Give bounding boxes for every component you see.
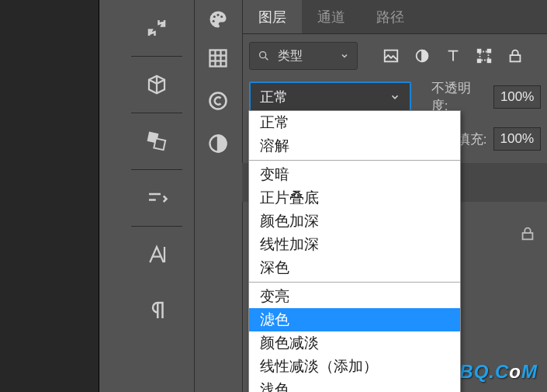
svg-point-14 <box>260 52 266 58</box>
blend-option[interactable]: 正常 <box>249 111 460 134</box>
cube-icon <box>145 73 168 96</box>
blend-option[interactable]: 变暗 <box>249 163 460 186</box>
transform-icon[interactable] <box>476 47 493 64</box>
blend-option[interactable]: 颜色加深 <box>249 210 460 233</box>
menu-separator <box>249 160 460 161</box>
fill-shapes-icon <box>145 130 168 153</box>
svg-rect-23 <box>511 55 521 61</box>
palette-tool[interactable] <box>195 0 241 39</box>
cc-icon <box>207 90 229 112</box>
svg-rect-7 <box>209 50 226 67</box>
paragraph-tool[interactable] <box>130 283 184 338</box>
grid-icon <box>207 47 229 69</box>
layer-filter-dropdown[interactable]: 类型 <box>249 42 358 70</box>
paragraph-icon <box>145 299 168 322</box>
blend-option[interactable]: 深色 <box>249 256 460 279</box>
image-icon[interactable] <box>383 47 400 64</box>
grid-tool[interactable] <box>195 39 241 78</box>
svg-rect-19 <box>478 50 481 53</box>
svg-point-4 <box>216 14 219 16</box>
blend-option[interactable]: 溶解 <box>249 134 460 158</box>
menu-separator <box>249 282 460 283</box>
svg-rect-1 <box>154 138 165 150</box>
chevron-down-icon <box>389 92 400 102</box>
fill-shapes-tool[interactable] <box>130 113 184 169</box>
svg-rect-21 <box>478 60 481 63</box>
type-t-icon[interactable] <box>445 47 462 64</box>
svg-point-12 <box>209 93 226 109</box>
blend-option[interactable]: 正片叠底 <box>249 186 460 210</box>
text-a-icon <box>145 243 168 266</box>
svg-rect-20 <box>488 50 491 53</box>
filter-icon-row <box>383 47 524 64</box>
panel-tabs: 图层 通道 路径 <box>243 0 547 34</box>
palette-icon <box>207 9 229 30</box>
opacity-value[interactable]: 100% <box>493 85 541 109</box>
blend-mode-dropdown[interactable]: 正常 <box>249 82 411 113</box>
brush-tool[interactable] <box>130 170 184 226</box>
brush-icon <box>145 186 168 210</box>
lock-icon <box>519 225 536 242</box>
blend-option[interactable]: 变亮 <box>249 285 460 308</box>
tab-paths[interactable]: 路径 <box>361 0 420 33</box>
vertical-toolbar-2 <box>194 0 241 392</box>
svg-rect-24 <box>523 233 533 239</box>
svg-point-5 <box>220 16 223 18</box>
blend-option[interactable]: 颜色减淡 <box>249 331 460 355</box>
history-icon <box>145 16 168 40</box>
history-tool[interactable] <box>130 0 184 56</box>
cc-libraries[interactable] <box>195 78 241 124</box>
svg-point-3 <box>213 16 215 18</box>
chevron-down-icon <box>340 51 349 61</box>
circle-half-icon[interactable] <box>414 47 431 64</box>
adjustments-tool[interactable] <box>195 124 241 163</box>
blend-option[interactable]: 线性加深 <box>249 233 460 256</box>
text-tool-a[interactable] <box>130 227 184 283</box>
blend-option[interactable]: 浅色 <box>249 378 460 392</box>
layer-lock[interactable] <box>519 225 536 245</box>
lock-filter-icon[interactable] <box>507 47 524 64</box>
tab-channels[interactable]: 通道 <box>302 0 361 33</box>
svg-point-6 <box>212 20 214 23</box>
filter-label: 类型 <box>278 48 303 64</box>
svg-rect-22 <box>488 60 491 63</box>
cube-tool[interactable] <box>130 57 184 113</box>
search-icon <box>258 50 270 62</box>
blend-option-selected[interactable]: 滤色 <box>249 308 460 331</box>
fill-value[interactable]: 100% <box>493 127 541 151</box>
svg-line-15 <box>265 57 268 60</box>
fill-label: 填充: <box>457 130 487 148</box>
vertical-toolbar-1 <box>130 0 184 392</box>
blend-mode-menu: 正常 溶解 变暗 正片叠底 颜色加深 线性加深 深色 变亮 滤色 颜色减淡 线性… <box>248 110 461 392</box>
blend-selected-value: 正常 <box>260 88 288 106</box>
blend-option[interactable]: 线性减淡（添加） <box>249 355 460 378</box>
contrast-icon <box>207 133 229 154</box>
tab-layers[interactable]: 图层 <box>243 0 302 33</box>
canvas-area <box>0 0 99 392</box>
